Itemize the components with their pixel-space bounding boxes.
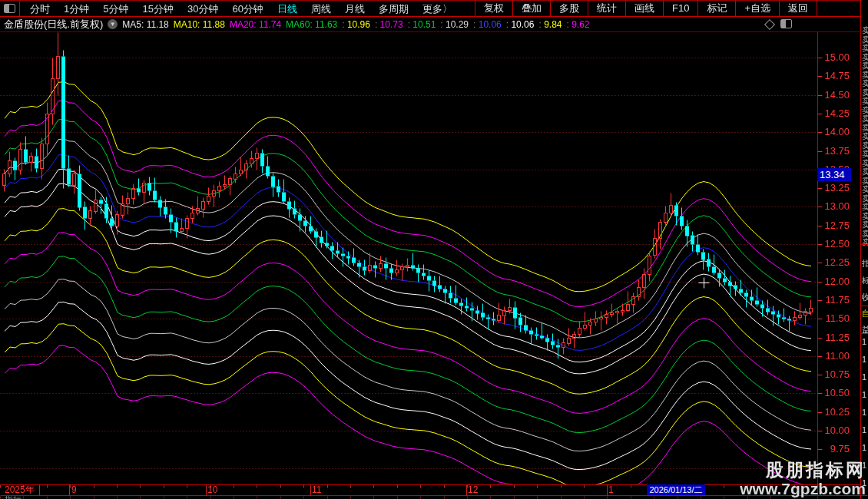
- legend-item-3: MA60: 11.63: [286, 19, 337, 30]
- legend-item-6: : 10.51: [408, 19, 436, 30]
- strip-glyph: 卖: [862, 44, 868, 52]
- strip-glyph: 卖: [862, 114, 868, 123]
- price-axis-label: 12.25: [824, 257, 850, 268]
- strip-glyph: 卖: [862, 212, 868, 220]
- strip-digit: 1: [862, 444, 866, 452]
- price-axis-label: 10.50: [824, 388, 850, 398]
- chevron-down-icon[interactable]: ▼: [108, 19, 118, 29]
- menu-item-6[interactable]: 日线: [270, 2, 304, 16]
- strip-glyph: 卖: [862, 79, 868, 88]
- strip-glyph: 卖: [862, 238, 868, 246]
- menu-item-2[interactable]: 5分钟: [96, 2, 135, 16]
- diamond-icon[interactable]: [764, 19, 775, 30]
- toolbar-button-7[interactable]: +自选: [735, 1, 779, 17]
- strip-glyph: 卖: [862, 132, 868, 140]
- price-axis-label: 10.75: [824, 369, 850, 380]
- strip-label: 指: [862, 259, 868, 268]
- watermark-url: www.7gpzb.com: [740, 481, 866, 497]
- strip-separator: [861, 306, 868, 306]
- menu-item-9[interactable]: 多周期: [372, 2, 416, 16]
- price-axis-label: 14.50: [824, 90, 850, 101]
- top-toolbar: 分时1分钟5分钟15分钟30分钟60分钟日线周线月线多周期更多〉 复权叠加多股统…: [0, 0, 861, 17]
- strip-glyph: 卖: [862, 124, 868, 132]
- strip-digit: 1: [862, 338, 866, 346]
- toolbar-button-3[interactable]: 统计: [588, 1, 625, 17]
- cursor-date-badge: 2026/01/13/二: [647, 484, 705, 495]
- menu-item-10[interactable]: 更多〉: [416, 2, 459, 16]
- strip-glyph: 卖: [862, 35, 868, 44]
- right-edge-panel[interactable]: 卖卖卖卖卖卖卖卖卖卖卖卖卖卖卖卖卖卖卖卖卖卖卖卖卖指标收自益111111111: [860, 0, 868, 499]
- menu-item-1[interactable]: 1分钟: [57, 2, 96, 16]
- strip-glyph: 卖: [862, 159, 868, 167]
- price-axis-label: 14.25: [824, 108, 850, 119]
- strip-glyph: 卖: [862, 185, 868, 193]
- menu-item-8[interactable]: 月线: [338, 2, 372, 16]
- toolbar-button-6[interactable]: 标记: [697, 1, 735, 17]
- strip-glyph: 卖: [862, 150, 868, 158]
- toolbar-button-4[interactable]: 画线: [625, 1, 663, 17]
- time-axis-label: 11: [312, 485, 321, 494]
- strip-glyph: 卖: [862, 71, 868, 79]
- strip-glyph: 卖: [862, 230, 868, 238]
- next-pane-clipped-row: 指标: [0, 496, 860, 499]
- strip-separator: [861, 109, 868, 110]
- title-row-icons: [766, 19, 792, 28]
- price-axis-label: 10.25: [824, 407, 850, 418]
- strip-separator: [861, 333, 868, 334]
- main-chart-canvas[interactable]: [0, 0, 868, 499]
- strip-digit: 1: [862, 426, 866, 435]
- strip-digit: 1: [862, 408, 866, 417]
- legend-item-2: MA20: 11.74: [230, 19, 281, 30]
- stock-title: 金盾股份(日线.前复权): [4, 18, 103, 31]
- menu-item-0[interactable]: 分时: [23, 2, 57, 16]
- menu-item-4[interactable]: 30分钟: [181, 2, 225, 16]
- price-axis-label: 12.50: [824, 239, 850, 250]
- legend-item-7: : 10.29: [440, 19, 469, 30]
- watermark-site-name: 股朋指标网: [740, 460, 866, 481]
- ma-legend: MA5: 11.18MA10: 11.88MA20: 11.74MA60: 11…: [122, 19, 594, 30]
- price-axis-label: 13.25: [824, 183, 850, 193]
- strip-separator: [861, 244, 868, 245]
- panel-toggle-button[interactable]: [0, 1, 20, 16]
- strip-glyph: 卖: [862, 26, 868, 35]
- next-pane-label: 指标: [5, 496, 860, 499]
- price-axis-label: 11.75: [825, 295, 850, 306]
- toolbar-buttons: 复权叠加多股统计画线F10标记+自选返回: [475, 1, 817, 17]
- legend-item-1: MA10: 11.88: [174, 19, 225, 30]
- price-axis-label: 12.00: [824, 276, 850, 287]
- strip-glyph: 卖: [862, 194, 868, 203]
- price-axis-label: 12.75: [824, 220, 850, 231]
- menu-item-7[interactable]: 周线: [304, 2, 338, 16]
- strip-label: 标: [862, 276, 868, 285]
- watermark: 股朋指标网 www.7gpzb.com: [740, 460, 866, 497]
- layout-icon[interactable]: [780, 19, 792, 28]
- title-bar: 金盾股份(日线.前复权) ▼ MA5: 11.18MA10: 11.88MA20…: [0, 17, 814, 31]
- legend-item-9: : 10.06: [506, 19, 535, 30]
- period-menu: 分时1分钟5分钟15分钟30分钟60分钟日线周线月线多周期更多〉: [23, 2, 459, 16]
- time-axis-label: 9: [71, 485, 77, 494]
- price-axis-label: 15.00: [824, 52, 850, 63]
- strip-glyph: 卖: [862, 141, 868, 150]
- price-axis-label: 13.75: [824, 146, 850, 157]
- legend-item-4: : 10.96: [342, 19, 370, 30]
- price-axis-label: 11.25: [825, 332, 850, 343]
- toolbar-button-8[interactable]: 返回: [779, 1, 817, 17]
- toolbar-button-1[interactable]: 叠加: [512, 1, 550, 17]
- strip-glyph: 卖: [862, 167, 868, 176]
- toolbar-button-2[interactable]: 多股: [550, 1, 588, 17]
- price-axis-label: 11.50: [825, 313, 850, 324]
- strip-label: 收: [862, 293, 868, 302]
- price-axis-label: 13.00: [824, 201, 850, 212]
- menu-item-3[interactable]: 15分钟: [135, 2, 180, 16]
- toolbar-button-5[interactable]: F10: [663, 1, 697, 17]
- strip-glyph: 卖: [862, 203, 868, 211]
- strip-glyph: 卖: [862, 61, 868, 70]
- strip-glyph: 卖: [862, 106, 868, 114]
- toolbar-button-0[interactable]: 复权: [475, 1, 512, 17]
- strip-digit: 1: [862, 373, 866, 382]
- price-axis: 15.0014.7514.5014.2514.0013.7513.5013.25…: [818, 31, 860, 495]
- time-axis-label: 1: [608, 485, 614, 494]
- strip-glyph: 卖: [862, 97, 868, 105]
- menu-item-5[interactable]: 60分钟: [225, 2, 270, 16]
- legend-item-0: MA5: 11.18: [122, 19, 168, 30]
